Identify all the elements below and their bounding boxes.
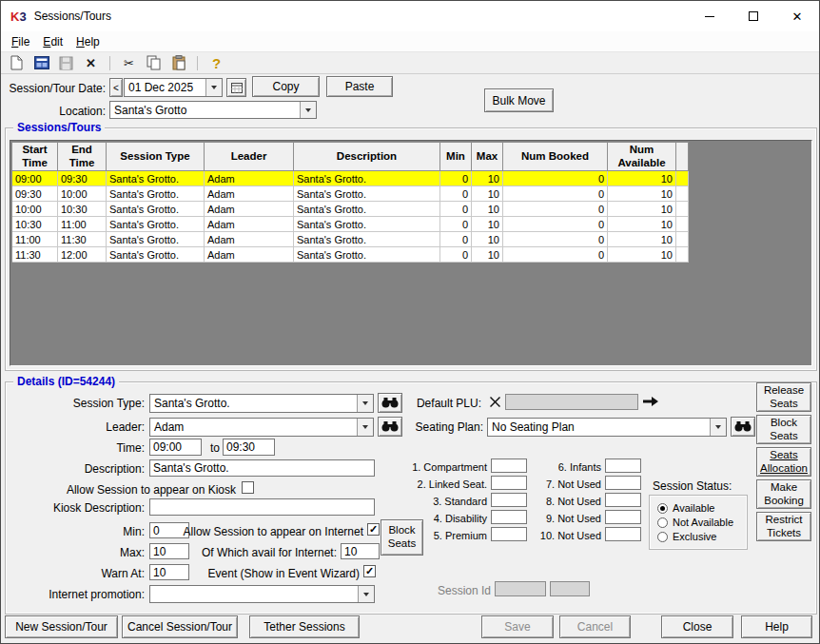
- seat-input[interactable]: [605, 527, 641, 541]
- chevron-down-icon[interactable]: [357, 419, 373, 436]
- paste-button[interactable]: Paste: [326, 76, 393, 97]
- close-form-button[interactable]: Close: [661, 615, 733, 638]
- seat-input[interactable]: [605, 476, 641, 490]
- date-combobox[interactable]: 01 Dec 2025: [124, 78, 223, 97]
- status-option-exclusive[interactable]: Exclusive: [657, 531, 739, 542]
- kiosk-checkbox[interactable]: [242, 481, 254, 494]
- column-header[interactable]: Num Available: [608, 143, 676, 171]
- minimize-button[interactable]: [688, 1, 732, 31]
- seats-allocation-button[interactable]: Seats Allocation: [756, 447, 811, 477]
- seat-label: 6. Infants: [531, 460, 601, 474]
- chevron-down-icon[interactable]: [710, 419, 726, 436]
- chevron-down-icon[interactable]: [205, 79, 222, 96]
- session-type-combobox[interactable]: Santa's Grotto.: [149, 394, 374, 413]
- column-header[interactable]: Max: [472, 143, 503, 171]
- promo-combobox[interactable]: [149, 585, 375, 603]
- paste-toolbar-button[interactable]: [169, 54, 187, 72]
- paste-icon: [172, 55, 185, 70]
- menu-item-edit[interactable]: Edit: [36, 32, 69, 51]
- bulk-move-button[interactable]: Bulk Move: [484, 88, 554, 112]
- date-prev-button[interactable]: <: [109, 78, 123, 97]
- cut-button[interactable]: ✂: [120, 54, 138, 72]
- cancel-session-button[interactable]: Cancel Session/Tour: [122, 615, 238, 638]
- status-option-not-available[interactable]: Not Available: [657, 517, 739, 528]
- table-row[interactable]: 10:3011:00Santa's Grotto.AdamSanta's Gro…: [12, 217, 689, 232]
- copy-toolbar-button[interactable]: [145, 54, 163, 72]
- table-row[interactable]: 11:3012:00Santa's Grotto.AdamSanta's Gro…: [12, 247, 689, 263]
- table-row[interactable]: 10:0010:30Santa's Grotto.AdamSanta's Gro…: [12, 202, 689, 217]
- status-option-available[interactable]: Available: [657, 502, 739, 514]
- leader-search-button[interactable]: [378, 417, 402, 437]
- chevron-down-icon[interactable]: [357, 395, 373, 412]
- internet-avail-input[interactable]: 10: [341, 543, 380, 559]
- chevron-down-icon[interactable]: [358, 586, 374, 602]
- column-header[interactable]: Session Type: [107, 143, 205, 171]
- seat-input[interactable]: [605, 459, 641, 473]
- kiosk-desc-input[interactable]: [149, 498, 375, 516]
- table-cell: 0: [440, 247, 472, 263]
- details-group: Details (ID=54244) Session Type: Santa's…: [5, 381, 817, 615]
- table-cell: Santa's Grotto.: [294, 217, 440, 232]
- seat-label: 4. Disability: [405, 512, 487, 525]
- seat-label: 10. Not Used: [531, 529, 601, 542]
- seat-input[interactable]: [491, 510, 527, 524]
- seating-plan-search-button[interactable]: [731, 417, 755, 437]
- time-from-input[interactable]: 09:00: [149, 439, 202, 456]
- seat-input[interactable]: [491, 493, 527, 507]
- table-row[interactable]: 11:0011:30Santa's Grotto.AdamSanta's Gro…: [12, 232, 689, 247]
- copy-button[interactable]: Copy: [252, 76, 320, 97]
- new-button[interactable]: [8, 54, 26, 72]
- seat-input[interactable]: [605, 493, 641, 507]
- location-combobox[interactable]: Santa's Grotto: [109, 101, 317, 119]
- column-header[interactable]: Description: [294, 143, 440, 171]
- restrict-tickets-button[interactable]: Restrict Tickets: [756, 512, 811, 541]
- column-header[interactable]: Leader: [205, 143, 294, 171]
- table-cell: 0: [440, 171, 472, 186]
- block-seats-button[interactable]: Block Seats: [756, 415, 811, 444]
- internet-check-label: Allow Session to appear on Internet: [167, 525, 363, 538]
- help-button[interactable]: Help: [741, 615, 812, 638]
- seat-input[interactable]: [491, 459, 527, 473]
- warn-at-input[interactable]: 10: [149, 564, 189, 580]
- table-cell: Santa's Grotto.: [294, 247, 440, 263]
- column-header[interactable]: End Time: [58, 143, 107, 171]
- close-button[interactable]: ✕: [775, 1, 819, 31]
- column-header[interactable]: Num Booked: [503, 143, 608, 171]
- kiosk-desc-label: Kiosk Description:: [6, 501, 145, 515]
- sessions-view-button[interactable]: [32, 54, 50, 72]
- delete-button[interactable]: ✕: [82, 54, 100, 72]
- tether-sessions-button[interactable]: Tether Sessions: [249, 615, 360, 638]
- session-type-search-button[interactable]: [378, 393, 402, 413]
- menu-item-help[interactable]: Help: [69, 32, 107, 51]
- column-header[interactable]: Min: [440, 143, 472, 171]
- table-row[interactable]: 09:0009:30Santa's Grotto.AdamSanta's Gro…: [12, 171, 689, 186]
- table-cell: Santa's Grotto.: [294, 232, 440, 247]
- seating-plan-combobox[interactable]: No Seating Plan: [487, 418, 727, 437]
- plu-assign-button[interactable]: [640, 392, 661, 411]
- save-form-button[interactable]: Save: [481, 615, 554, 638]
- seating-plan-label: Seating Plan:: [403, 420, 483, 434]
- save-button[interactable]: [57, 54, 75, 72]
- internet-checkbox[interactable]: [367, 523, 380, 536]
- seat-input[interactable]: [491, 527, 527, 541]
- help-toolbar-button[interactable]: ?: [207, 54, 225, 72]
- leader-combobox[interactable]: Adam: [149, 418, 374, 437]
- seat-input[interactable]: [491, 476, 527, 490]
- seat-input[interactable]: [605, 510, 641, 524]
- maximize-button[interactable]: [732, 1, 775, 31]
- cancel-form-button[interactable]: Cancel: [559, 615, 631, 638]
- copy-icon: [146, 55, 161, 70]
- table-row[interactable]: 09:3010:00Santa's Grotto.AdamSanta's Gro…: [12, 186, 689, 202]
- chevron-down-icon[interactable]: [300, 102, 316, 118]
- description-input[interactable]: Santa's Grotto.: [149, 459, 375, 477]
- menu-item-file[interactable]: File: [5, 32, 36, 51]
- calendar-button[interactable]: [226, 78, 246, 97]
- make-booking-button[interactable]: Make Booking: [756, 479, 811, 509]
- time-to-input[interactable]: 09:30: [223, 439, 275, 456]
- new-session-button[interactable]: New Session/Tour: [5, 615, 118, 638]
- topbar: Session/Tour Date: < 01 Dec 2025 Copy Pa…: [1, 74, 819, 120]
- clear-plu-button[interactable]: [486, 393, 503, 410]
- event-checkbox[interactable]: [363, 565, 376, 577]
- release-seats-button[interactable]: Release Seats: [756, 382, 811, 412]
- column-header[interactable]: Start Time: [12, 143, 58, 171]
